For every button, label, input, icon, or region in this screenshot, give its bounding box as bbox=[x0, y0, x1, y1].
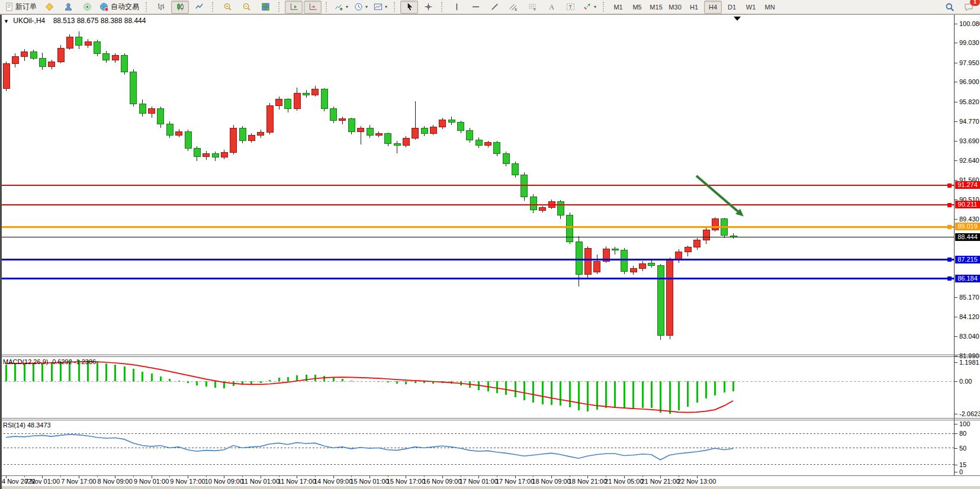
fibo-icon: F bbox=[528, 2, 537, 11]
scale-tick bbox=[955, 472, 957, 472]
time-label: 10 Nov 09:00 bbox=[205, 478, 243, 485]
rsi-scale-label: 80 bbox=[959, 430, 966, 437]
time-axis[interactable]: 4 Nov 20227 Nov 01:007 Nov 17:008 Nov 09… bbox=[0, 475, 980, 486]
virtual-hosting-button[interactable] bbox=[59, 1, 77, 14]
chevron-down-icon[interactable]: ▾ bbox=[365, 4, 368, 9]
rsi-panel[interactable] bbox=[0, 420, 954, 475]
mql5-community-button[interactable] bbox=[40, 1, 58, 14]
text-button[interactable]: A bbox=[542, 1, 560, 14]
scale-tick bbox=[955, 362, 957, 363]
signals-button[interactable] bbox=[78, 1, 96, 14]
symbol-collapse-icon[interactable]: ▼ bbox=[4, 18, 9, 24]
zoom-in-button[interactable] bbox=[219, 1, 236, 14]
time-label: 8 Nov 09:00 bbox=[98, 478, 133, 485]
templates-button[interactable]: ▾ bbox=[371, 1, 390, 14]
bottom-strip bbox=[0, 486, 980, 489]
scale-tick bbox=[955, 24, 957, 24]
time-label: 9 Nov 17:00 bbox=[170, 478, 205, 485]
scale-tick bbox=[955, 465, 957, 465]
indicators-button[interactable]: ▾ bbox=[332, 1, 351, 14]
chevron-down-icon[interactable]: ▾ bbox=[594, 4, 596, 9]
timeframe-H4[interactable]: H4 bbox=[704, 1, 722, 14]
price-scale[interactable]: 100.08099.03097.95096.90095.82094.77093.… bbox=[954, 15, 980, 475]
price-tick-label: 94.770 bbox=[959, 118, 979, 125]
panel-separator[interactable] bbox=[0, 356, 980, 357]
chart-shift-button[interactable] bbox=[304, 1, 322, 14]
timeframe-W1[interactable]: W1 bbox=[742, 1, 760, 14]
scale-tick bbox=[955, 297, 957, 298]
chevron-down-icon[interactable]: ▾ bbox=[385, 4, 387, 9]
time-label: 18 Nov 09:00 bbox=[532, 478, 570, 485]
rsi-scale-label: 50 bbox=[959, 445, 966, 452]
cursor-icon bbox=[405, 2, 414, 11]
toolbar-separator bbox=[394, 2, 396, 12]
scale-tick bbox=[955, 63, 957, 63]
scale-tick bbox=[955, 121, 957, 122]
equidistant-channel-button[interactable]: E bbox=[505, 1, 522, 14]
crosshair-button[interactable] bbox=[419, 1, 437, 14]
chevron-down-icon[interactable]: ▾ bbox=[346, 4, 348, 9]
horizontal-line-button[interactable] bbox=[467, 1, 484, 14]
periods-button[interactable]: ▾ bbox=[352, 1, 370, 14]
toolbar-separator bbox=[603, 2, 605, 12]
timeframe-H1[interactable]: H1 bbox=[685, 1, 703, 14]
scale-tick bbox=[955, 180, 957, 181]
bars-icon bbox=[157, 2, 166, 11]
tile-icon bbox=[261, 2, 270, 11]
price-chart[interactable] bbox=[0, 15, 954, 356]
time-label: 9 Nov 01:00 bbox=[134, 478, 169, 485]
timeframe-M1[interactable]: M1 bbox=[609, 1, 627, 14]
timeframe-MN[interactable]: MN bbox=[761, 1, 779, 14]
macd-scale-label: -2.0623 bbox=[959, 410, 980, 417]
zoom-in-icon bbox=[223, 2, 232, 11]
template-icon bbox=[374, 2, 383, 11]
timeframe-M30[interactable]: M30 bbox=[666, 1, 684, 14]
price-tick-label: 95.820 bbox=[959, 98, 979, 105]
scale-tick bbox=[955, 317, 957, 317]
search-button[interactable] bbox=[941, 1, 959, 14]
vertical-line-button[interactable] bbox=[448, 1, 465, 14]
zoom-out-button[interactable] bbox=[237, 1, 255, 14]
svg-text:E: E bbox=[515, 7, 517, 11]
tile-windows-button[interactable] bbox=[256, 1, 274, 14]
cursor-button[interactable] bbox=[400, 1, 418, 14]
arrows-button[interactable]: ▾ bbox=[580, 1, 599, 14]
time-label: 11 Nov 17:00 bbox=[278, 478, 316, 485]
toolbar-separator bbox=[326, 2, 328, 12]
panel-separator[interactable] bbox=[0, 420, 980, 420]
auto-scroll-button[interactable] bbox=[285, 1, 303, 14]
price-tick-label: 89.430 bbox=[959, 215, 979, 223]
line-chart-button[interactable] bbox=[190, 1, 208, 14]
panel-separator[interactable] bbox=[0, 355, 980, 355]
price-badge: 89.019 bbox=[955, 223, 980, 230]
time-label: 17 Nov 17:00 bbox=[496, 478, 534, 485]
candles-icon bbox=[176, 2, 185, 11]
rsi-scale-label: 100 bbox=[959, 420, 970, 427]
candlestick-chart-button[interactable] bbox=[171, 1, 189, 14]
timeframe-M15[interactable]: M15 bbox=[647, 1, 665, 14]
text-label-button[interactable]: T bbox=[561, 1, 579, 14]
bar-chart-button[interactable] bbox=[152, 1, 170, 14]
channel-icon: E bbox=[509, 2, 518, 11]
timeframe-M5[interactable]: M5 bbox=[628, 1, 646, 14]
trendline-button[interactable] bbox=[486, 1, 503, 14]
svg-text:T: T bbox=[568, 4, 571, 10]
crosshair-icon bbox=[424, 2, 433, 11]
scale-tick bbox=[955, 414, 957, 414]
panel-separator[interactable] bbox=[0, 418, 980, 419]
scale-tick bbox=[955, 82, 957, 82]
price-tick-label: 97.950 bbox=[959, 59, 979, 66]
timeframe-D1[interactable]: D1 bbox=[723, 1, 741, 14]
chart-window: ▼ UKOil-,H4 88.513 88.675 88.388 88.444 … bbox=[0, 14, 980, 489]
scale-tick bbox=[955, 200, 957, 200]
new-order-button[interactable]: 新订单 bbox=[2, 1, 39, 14]
autotrading-button[interactable]: 自动交易 bbox=[97, 1, 142, 14]
chart-shift-marker-icon[interactable] bbox=[734, 17, 741, 21]
macd-label: MACD(12,26,9) -0.6292 -1.2386 bbox=[3, 358, 96, 365]
fibonacci-button[interactable]: F bbox=[523, 1, 541, 14]
time-label: 14 Nov 09:00 bbox=[314, 478, 352, 485]
macd-panel[interactable] bbox=[0, 356, 954, 420]
horizontal-line-objects[interactable] bbox=[0, 184, 954, 281]
time-label: 17 Nov 01:00 bbox=[459, 478, 497, 485]
arrow-annotation[interactable] bbox=[696, 176, 744, 216]
